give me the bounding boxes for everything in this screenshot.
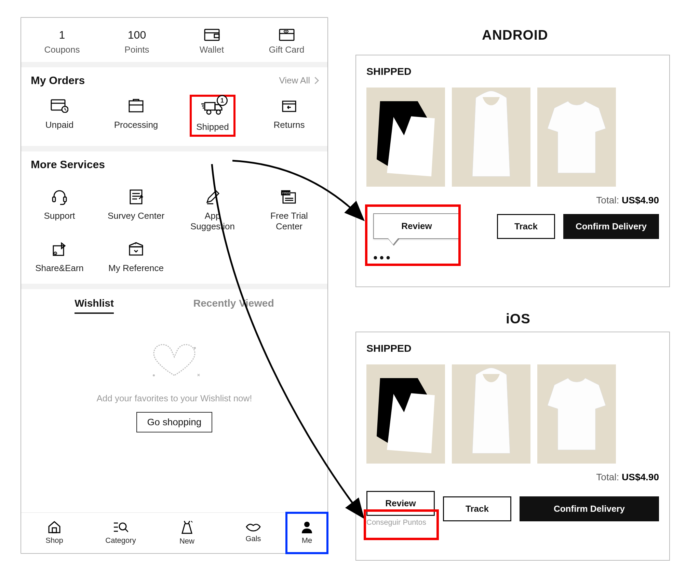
android-confirm-delivery-button[interactable]: Confirm Delivery — [563, 214, 659, 239]
svg-line-41 — [125, 529, 128, 532]
home-icon — [48, 521, 61, 535]
svg-point-40 — [119, 523, 126, 530]
person-icon — [301, 521, 313, 535]
product-thumb-1[interactable] — [366, 364, 445, 464]
svg-text:*: * — [135, 243, 136, 246]
android-title: ANDROID — [482, 27, 548, 43]
service-support[interactable]: Support — [21, 187, 98, 232]
svg-text:FREE: FREE — [282, 191, 291, 195]
service-share-earn[interactable]: $ Share&Earn — [21, 239, 98, 273]
service-survey-label: Survey Center — [100, 211, 172, 221]
heart-outline-icon — [147, 341, 202, 384]
ios-total-value: US$4.90 — [622, 472, 659, 482]
product-thumb-1[interactable] — [366, 88, 445, 187]
android-total-label: Total: — [596, 195, 619, 205]
svg-rect-10 — [205, 103, 215, 110]
orders-row: Unpaid Processing — [21, 90, 327, 146]
product-thumb-3[interactable] — [537, 364, 616, 464]
nav-gals-label: Gals — [245, 534, 261, 543]
stat-giftcard[interactable]: Gift Card — [249, 28, 324, 55]
view-all-link[interactable]: View All — [279, 75, 318, 86]
processing-icon — [100, 96, 172, 116]
ios-review-button[interactable]: Review — [366, 491, 435, 516]
service-share-earn-label: Share&Earn — [24, 263, 95, 273]
order-shipped-label: Shipped — [192, 122, 233, 132]
stat-points-value: 100 — [99, 28, 174, 42]
product-thumb-2[interactable] — [452, 364, 530, 464]
go-shopping-button[interactable]: Go shopping — [136, 412, 213, 432]
android-more-dots[interactable]: ••• — [373, 251, 452, 265]
wishlist-empty-state: Add your favorites to your Wishlist now!… — [21, 314, 327, 512]
survey-icon — [100, 187, 172, 207]
order-unpaid-label: Unpaid — [24, 120, 95, 130]
order-processing-label: Processing — [100, 120, 172, 130]
divider — [21, 146, 327, 151]
wishlist-tabs: Wishlist Recently Viewed — [21, 289, 327, 314]
stat-points-label: Points — [99, 44, 174, 55]
svg-rect-36 — [52, 528, 56, 533]
nav-me-label: Me — [302, 536, 312, 545]
service-app-suggestion-label: App Suggestion — [177, 211, 248, 232]
svg-point-12 — [216, 110, 220, 114]
dress-icon — [181, 520, 193, 535]
product-thumb-3[interactable] — [537, 88, 616, 187]
shipped-highlight-box: 1 Shipped — [191, 96, 234, 136]
service-app-suggestion[interactable]: App Suggestion — [174, 187, 251, 232]
ios-order-card: SHIPPED — [355, 332, 670, 561]
order-processing[interactable]: Processing — [98, 96, 174, 136]
android-order-card: SHIPPED — [355, 55, 670, 287]
service-my-reference-label: My Reference — [100, 263, 172, 273]
service-survey-center[interactable]: Survey Center — [98, 187, 174, 232]
android-review-button[interactable]: Review — [373, 213, 460, 239]
my-orders-header: My Orders View All — [21, 67, 327, 90]
ios-review-subtext: Conseguir Puntos — [366, 518, 435, 527]
stat-coupons[interactable]: 1 Coupons — [25, 28, 99, 55]
ios-actions: Review Conseguir Puntos Track Confirm De… — [366, 491, 659, 527]
headset-icon — [24, 187, 95, 207]
stat-coupons-label: Coupons — [25, 44, 99, 55]
giftcard-icon — [249, 28, 324, 42]
svg-rect-0 — [205, 29, 219, 40]
product-thumb-2[interactable] — [452, 88, 530, 187]
tab-wishlist[interactable]: Wishlist — [75, 297, 114, 314]
svg-rect-8 — [129, 101, 143, 112]
svg-rect-17 — [53, 197, 55, 202]
android-thumbs — [366, 88, 659, 187]
android-total: Total: US$4.90 — [366, 195, 659, 206]
pencil-icon — [177, 187, 248, 207]
phone-me-screen: 1 Coupons 100 Points Wallet — [21, 17, 328, 554]
stat-wallet[interactable]: Wallet — [174, 28, 249, 55]
nav-category[interactable]: Category — [88, 513, 154, 553]
android-review-popup: Review ••• — [370, 206, 455, 268]
category-icon — [113, 521, 128, 535]
ios-total: Total: US$4.90 — [366, 472, 659, 483]
order-unpaid[interactable]: Unpaid — [21, 96, 98, 136]
service-free-trial-label: Free Trial Center — [254, 211, 325, 232]
ios-thumbs — [366, 364, 659, 464]
android-total-value: US$4.90 — [622, 195, 659, 205]
ios-track-button[interactable]: Track — [443, 496, 511, 521]
my-reference-icon: * — [100, 239, 172, 259]
order-returns-label: Returns — [254, 120, 325, 130]
svg-rect-18 — [64, 197, 66, 202]
divider — [21, 62, 327, 67]
ios-confirm-delivery-button[interactable]: Confirm Delivery — [520, 496, 659, 521]
ios-status: SHIPPED — [366, 343, 659, 354]
order-returns[interactable]: Returns — [251, 96, 327, 136]
svg-rect-19 — [130, 190, 142, 204]
ios-total-label: Total: — [596, 472, 619, 482]
android-track-button[interactable]: Track — [497, 214, 555, 239]
service-free-trial[interactable]: FREE Free Trial Center — [251, 187, 327, 232]
nav-shop-label: Shop — [45, 536, 63, 545]
shipped-icon: 1 — [192, 98, 233, 118]
stat-points[interactable]: 100 Points — [99, 28, 174, 55]
nav-new[interactable]: New — [154, 513, 220, 553]
nav-gals[interactable]: Gals — [220, 513, 286, 553]
service-my-reference[interactable]: * My Reference — [98, 239, 174, 273]
nav-shop[interactable]: Shop — [21, 513, 88, 553]
tab-recently-viewed[interactable]: Recently Viewed — [193, 297, 274, 314]
order-shipped[interactable]: 1 Shipped — [174, 96, 251, 136]
nav-me[interactable]: Me — [286, 513, 327, 553]
unpaid-icon — [24, 96, 95, 116]
svg-point-35 — [194, 347, 196, 349]
